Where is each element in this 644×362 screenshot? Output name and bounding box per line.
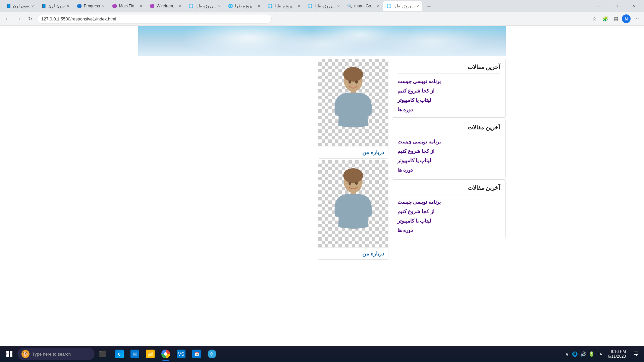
taskbar-chrome-app[interactable] [158,347,173,361]
svg-point-8 [348,182,351,185]
tab-4-close[interactable]: ✕ [140,4,142,8]
tab-10-close[interactable]: ✕ [376,4,379,8]
back-button[interactable]: ← [3,14,12,23]
tab-7-label: پروژه طرا... [235,4,256,8]
volume-icon[interactable]: 🔊 [580,351,587,357]
network-icon[interactable]: 🌐 [571,351,578,357]
main-layout: درباره من [138,56,506,260]
settings-icon[interactable]: ⋯ [632,14,641,23]
tab-2-favicon: 📘 [41,4,46,8]
tab-2-close[interactable]: ✕ [67,4,69,8]
person-card-1-label: درباره من [318,146,388,158]
taskbar-apps: e ✉ 📁 VS 📅 ✈ [112,347,219,361]
svg-point-6 [343,168,363,183]
taskbar-mail-app[interactable]: ✉ [127,347,142,361]
language-indicator[interactable]: عا [597,351,603,357]
article-link-3-3[interactable]: لپتاپ یا کامپیوتر [397,218,431,224]
tab-11-favicon: 🌐 [386,4,391,8]
article-link-3-1[interactable]: برنامه نویسی چیست [397,199,441,205]
taskbar-edge-app[interactable]: e [112,347,127,361]
tab-10[interactable]: 🔍 man - Go... ✕ [344,1,382,11]
extension-icon[interactable]: 🧩 [600,14,610,23]
tab-9[interactable]: 🌐 پروژه طرا... ✕ [304,1,343,11]
profile-button[interactable]: N [622,14,631,23]
article-link-1-1[interactable]: برنامه نویسی چیست [397,78,441,84]
close-button[interactable]: ✕ [626,0,641,12]
tab-6[interactable]: 🌐 پروژه طرا... ✕ [185,1,224,11]
forward-button[interactable]: → [14,14,23,23]
tab-8-close[interactable]: ✕ [298,4,300,8]
person-card-2-label: درباره من [318,247,388,259]
taskbar-telegram-app[interactable]: ✈ [205,347,219,361]
tab-4[interactable]: 🟣 MockFlo... ✕ [109,1,146,11]
tab-1-favicon: 📘 [6,4,11,8]
sidebar-icon[interactable]: ▤ [611,14,621,23]
article-link-1-2[interactable]: از کجا شروع کنیم [397,88,434,94]
tab-3[interactable]: 🔵 Progress ✕ [73,1,108,11]
address-icons: ☆ 🧩 ▤ N ⋯ [590,14,641,23]
tab-11[interactable]: 🌐 پروژه طرا... ✕ [383,1,422,11]
taskbar-vscode-app[interactable]: VS [174,347,189,361]
article-card-3-links: برنامه نویسی چیست از کجا شروع کنیم لپتاپ… [397,199,500,233]
bookmark-star-icon[interactable]: ☆ [590,14,599,23]
cards-area: درباره من [318,59,506,260]
article-link-1-3[interactable]: لپتاپ یا کامپیوتر [397,97,431,103]
article-link-2-4[interactable]: دوره ها [397,167,413,173]
tab-5-label: Wirefram... [157,4,176,8]
article-link-3-2[interactable]: از کجا شروع کنیم [397,208,434,215]
address-bar: ← → ↻ 127.0.0.1:5500/responsive1/index.h… [0,12,644,25]
minimize-button[interactable]: ─ [591,0,606,12]
article-card-3-title: آخرین مقالات [397,184,500,194]
edge-icon: e [115,350,124,358]
tray-chevron-icon[interactable]: ∧ [565,351,569,357]
reload-button[interactable]: ↻ [25,14,35,23]
clock[interactable]: 9:16 PM 6/11/2023 [605,349,629,359]
article-card-2-title: آخرین مقالات [397,124,500,134]
chrome-icon [161,350,170,358]
task-view-button[interactable]: ⬛ [96,347,109,361]
tab-3-label: Progress [84,4,100,8]
article-card-2: آخرین مقالات برنامه نویسی چیست از کجا شر… [392,119,506,178]
article-link-3-4[interactable]: دوره ها [397,227,413,233]
tab-3-favicon: 🔵 [77,4,82,8]
article-link-1-4[interactable]: دوره ها [397,107,413,113]
article-card-1-title: آخرین مقالات [397,64,500,74]
article-link-2-1[interactable]: برنامه نویسی چیست [397,139,441,145]
article-card-1: آخرین مقالات برنامه نویسی چیست از کجا شر… [392,59,506,118]
taskbar-folder-app[interactable]: 📁 [143,347,158,361]
tab-5-close[interactable]: ✕ [178,4,181,8]
new-tab-button[interactable]: ＋ [424,1,434,11]
search-dog-icon: 🐕 [21,350,30,358]
page-content: درباره من [0,26,644,260]
tab-1-close[interactable]: ✕ [31,4,34,8]
taskbar-search[interactable]: 🐕 Type here to search [17,348,95,360]
tab-7-close[interactable]: ✕ [258,4,260,8]
tab-1[interactable]: 📘 سون لرن ✕ [3,1,37,11]
person-image-2 [318,160,388,247]
taskbar-tray: ∧ 🌐 🔊 🔋 عا 9:16 PM 6/11/2023 🗨 [565,349,641,359]
article-link-2-3[interactable]: لپتاپ یا کامپیوتر [397,158,431,164]
taskbar-calendar-app[interactable]: 📅 [189,347,204,361]
folder-icon: 📁 [146,350,155,358]
tab-8[interactable]: 🌐 پروژه طرا... ✕ [264,1,303,11]
maximize-button[interactable]: □ [608,0,624,12]
svg-point-9 [355,182,358,185]
tab-11-label: پروژه طرا... [393,4,414,8]
tab-7[interactable]: 🌐 پروژه طرا... ✕ [225,1,264,11]
tab-2[interactable]: 📘 سون لرن ✕ [38,1,72,11]
tab-9-label: پروژه طرا... [315,4,335,8]
svg-point-3 [348,80,351,84]
tab-4-label: MockFlo... [119,4,138,8]
hero-banner [138,26,506,56]
tab-9-close[interactable]: ✕ [337,4,340,8]
windows-icon [6,351,12,357]
tab-3-close[interactable]: ✕ [102,4,105,8]
tab-5[interactable]: 🟣 Wirefram... ✕ [146,1,184,11]
tab-6-close[interactable]: ✕ [218,4,221,8]
start-button[interactable] [3,347,16,361]
battery-icon[interactable]: 🔋 [588,351,595,357]
url-bar[interactable]: 127.0.0.1:5500/responsive1/index.html [37,14,272,23]
article-link-2-2[interactable]: از کجا شروع کنیم [397,148,434,154]
notification-button[interactable]: 🗨 [631,349,641,359]
tab-11-close[interactable]: ✕ [416,4,419,8]
